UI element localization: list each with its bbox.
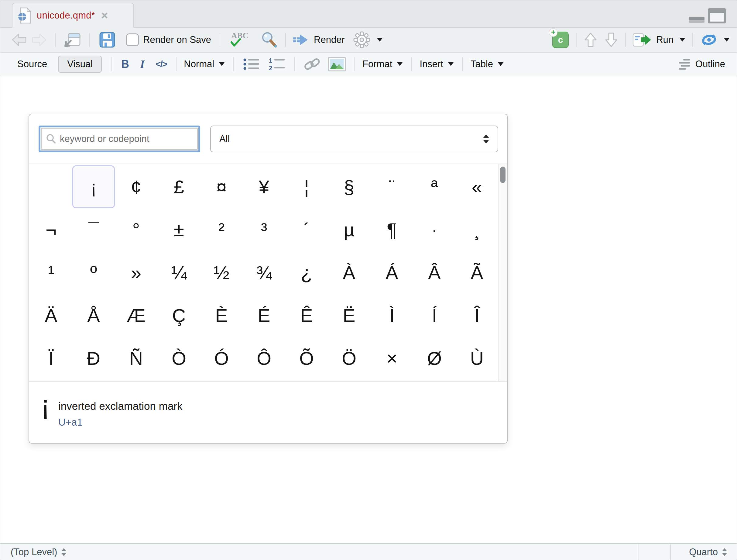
unicode-char-cell[interactable]: ´ bbox=[285, 208, 328, 251]
unicode-char-cell[interactable] bbox=[30, 165, 72, 208]
format-menu-caret bbox=[397, 62, 402, 66]
unicode-char-cell[interactable]: ¤ bbox=[200, 165, 243, 208]
arrow-up-icon[interactable] bbox=[583, 32, 598, 48]
unicode-char-cell[interactable]: ¼ bbox=[158, 251, 200, 294]
spellcheck-button[interactable]: ABC bbox=[229, 31, 253, 49]
unicode-char-cell[interactable]: ¢ bbox=[115, 165, 157, 208]
unicode-char-cell[interactable]: Ç bbox=[158, 294, 200, 337]
unicode-char-cell[interactable]: ¨ bbox=[370, 165, 413, 208]
unicode-char-cell[interactable]: Ë bbox=[328, 294, 370, 337]
unicode-char-cell[interactable]: £ bbox=[158, 165, 200, 208]
unicode-block-select[interactable]: All bbox=[210, 126, 498, 152]
unicode-char-cell[interactable]: ¯ bbox=[72, 208, 115, 251]
save-icon[interactable] bbox=[99, 32, 115, 48]
unicode-char-cell[interactable]: É bbox=[243, 294, 285, 337]
tab-close-icon[interactable]: × bbox=[101, 10, 108, 21]
arrow-down-icon[interactable] bbox=[604, 32, 618, 48]
unicode-char-cell[interactable]: ¾ bbox=[243, 251, 285, 294]
unicode-char-cell[interactable]: ¿ bbox=[285, 251, 328, 294]
insert-menu[interactable]: Insert bbox=[419, 59, 453, 70]
unicode-char-cell[interactable]: ¥ bbox=[243, 165, 285, 208]
unicode-char-cell[interactable]: ª bbox=[413, 165, 456, 208]
unicode-char-cell[interactable]: ² bbox=[200, 208, 243, 251]
render-button[interactable]: Render bbox=[292, 33, 345, 47]
unicode-char-cell[interactable]: ¸ bbox=[456, 208, 498, 251]
unicode-char-cell[interactable]: ° bbox=[115, 208, 157, 251]
bold-button[interactable]: B bbox=[121, 58, 129, 71]
popout-window-icon[interactable] bbox=[64, 32, 81, 47]
rerun-dropdown-caret[interactable] bbox=[724, 38, 729, 42]
format-menu[interactable]: Format bbox=[363, 59, 402, 70]
unicode-char-cell[interactable]: Ì bbox=[370, 294, 413, 337]
numbered-list-icon[interactable]: 1 2 bbox=[268, 57, 287, 71]
visual-mode-button[interactable]: Visual bbox=[58, 56, 102, 73]
outline-toggle[interactable]: Outline bbox=[678, 58, 737, 70]
unicode-char-cell[interactable]: Ð bbox=[72, 337, 115, 380]
back-icon[interactable] bbox=[11, 33, 27, 47]
unicode-search-input[interactable] bbox=[60, 133, 193, 144]
unicode-char-cell[interactable]: À bbox=[328, 251, 370, 294]
unicode-char-cell[interactable]: µ bbox=[328, 208, 370, 251]
unicode-char-cell[interactable]: § bbox=[328, 165, 370, 208]
unicode-char-cell[interactable]: Á bbox=[370, 251, 413, 294]
gear-dropdown-caret[interactable] bbox=[377, 38, 382, 42]
unicode-char-cell[interactable]: Õ bbox=[285, 337, 328, 380]
unicode-char-cell[interactable]: « bbox=[456, 165, 498, 208]
rstudio-window: { "tab": { "title": "unicode.qmd*", "clo… bbox=[0, 0, 737, 560]
unicode-char-cell[interactable]: Ø bbox=[413, 337, 456, 380]
window-maximize-button[interactable] bbox=[708, 8, 726, 23]
unicode-char-cell[interactable]: Ä bbox=[30, 294, 72, 337]
unicode-char-cell[interactable]: ¶ bbox=[370, 208, 413, 251]
language-mode-selector[interactable]: Quarto bbox=[689, 547, 727, 558]
unicode-char-cell[interactable]: Í bbox=[413, 294, 456, 337]
unicode-char-cell[interactable]: Ê bbox=[285, 294, 328, 337]
unicode-char-cell[interactable]: Ó bbox=[200, 337, 243, 380]
paragraph-style-dropdown[interactable]: Normal bbox=[184, 59, 225, 70]
unicode-char-cell[interactable]: ³ bbox=[243, 208, 285, 251]
link-icon[interactable] bbox=[303, 57, 321, 71]
search-icon[interactable] bbox=[260, 31, 278, 49]
unicode-char-cell[interactable]: Â bbox=[413, 251, 456, 294]
unicode-char-cell[interactable]: » bbox=[115, 251, 157, 294]
unicode-char-cell[interactable]: Î bbox=[456, 294, 498, 337]
unicode-char-cell[interactable]: º bbox=[72, 251, 115, 294]
rerun-icon[interactable] bbox=[700, 33, 718, 47]
unicode-char-cell[interactable]: ¬ bbox=[30, 208, 72, 251]
unicode-char-cell[interactable]: Æ bbox=[115, 294, 157, 337]
unicode-char-cell[interactable]: Ù bbox=[456, 337, 498, 380]
unicode-char-cell[interactable]: × bbox=[370, 337, 413, 380]
unicode-char-cell[interactable]: Å bbox=[72, 294, 115, 337]
table-menu[interactable]: Table bbox=[470, 59, 503, 70]
unicode-char-cell[interactable]: ± bbox=[158, 208, 200, 251]
unicode-char-cell[interactable]: ¦ bbox=[285, 165, 328, 208]
unicode-char-cell[interactable]: Ã bbox=[456, 251, 498, 294]
italic-button[interactable]: I bbox=[140, 57, 145, 71]
toolbar-separator bbox=[625, 33, 626, 47]
insert-chunk-button[interactable]: +c bbox=[552, 32, 569, 48]
unicode-char-cell[interactable]: È bbox=[200, 294, 243, 337]
unicode-char-cell[interactable]: ¹ bbox=[30, 251, 72, 294]
image-icon[interactable] bbox=[328, 57, 346, 71]
bullet-list-icon[interactable] bbox=[243, 57, 261, 71]
toolbar-separator bbox=[285, 33, 286, 47]
gear-icon[interactable] bbox=[353, 31, 370, 48]
render-on-save-checkbox[interactable] bbox=[126, 33, 139, 46]
window-minimize-button[interactable] bbox=[689, 17, 704, 23]
grid-scrollbar-thumb[interactable] bbox=[500, 167, 505, 183]
grid-scrollbar[interactable] bbox=[498, 164, 507, 381]
unicode-char-cell[interactable]: Ò bbox=[158, 337, 200, 380]
code-button[interactable]: </> bbox=[156, 59, 167, 69]
unicode-char-cell[interactable]: Ï bbox=[30, 337, 72, 380]
scope-selector[interactable]: (Top Level) bbox=[0, 547, 66, 558]
unicode-char-cell[interactable]: ½ bbox=[200, 251, 243, 294]
source-mode-button[interactable]: Source bbox=[17, 59, 47, 70]
unicode-char-cell[interactable]: ¡ bbox=[72, 165, 115, 208]
unicode-char-cell[interactable]: Ô bbox=[243, 337, 285, 380]
forward-icon[interactable] bbox=[31, 33, 47, 47]
unicode-char-cell[interactable]: Ñ bbox=[115, 337, 157, 380]
unicode-search-field[interactable] bbox=[39, 126, 200, 152]
unicode-char-cell[interactable]: Ö bbox=[328, 337, 370, 380]
tab-unicode-qmd[interactable]: unicode.qmd* × bbox=[12, 3, 134, 28]
unicode-char-cell[interactable]: · bbox=[413, 208, 456, 251]
run-button[interactable]: Run bbox=[632, 32, 685, 47]
